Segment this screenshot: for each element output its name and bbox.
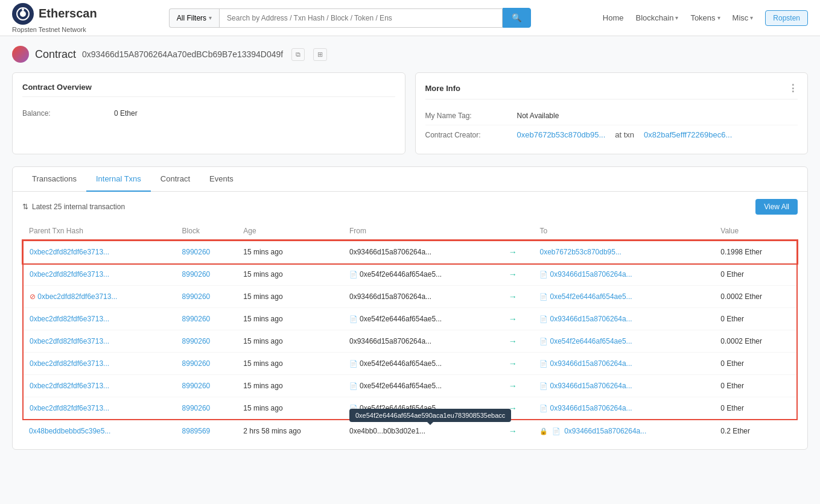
age-cell: 15 mins ago (237, 397, 343, 420)
block-link[interactable]: 8990260 (182, 359, 211, 368)
nav-blockchain[interactable]: Blockchain ▾ (636, 13, 679, 22)
to-link[interactable]: 0x93466d15a8706264a... (550, 315, 632, 323)
from-cell: 0x93466d15a8706264a... (343, 330, 503, 353)
table-row: 0xbec2dfd82fdf6e3713... 8990260 15 mins … (23, 241, 797, 263)
table-info-label: Latest 25 internal transaction (32, 203, 125, 211)
arrow-icon: → (509, 426, 517, 436)
tab-contract[interactable]: Contract (151, 167, 200, 192)
grid-icon-button[interactable]: ⊞ (313, 48, 327, 61)
table-row: 0xbec2dfd82fdf6e3713... 8990260 15 mins … (23, 353, 797, 375)
error-icon: ⊘ (30, 292, 36, 301)
nav-home[interactable]: Home (603, 13, 624, 22)
nav-misc-label: Misc (733, 13, 749, 22)
col-block: Block (176, 222, 238, 241)
block-link[interactable]: 8989569 (182, 427, 211, 435)
copy-icon-button[interactable]: ⧉ (291, 48, 305, 61)
creator-address-link[interactable]: 0xeb7672b53c870db95... (517, 130, 606, 139)
to-link[interactable]: 0x93466d15a8706264a... (550, 404, 632, 412)
file-icon: 📄 (349, 360, 358, 367)
more-options-icon[interactable]: ⋮ (788, 83, 798, 94)
to-link[interactable]: 0x93466d15a8706264a... (550, 359, 632, 368)
nav-tokens[interactable]: Tokens ▾ (690, 13, 720, 22)
view-all-button[interactable]: View All (755, 199, 798, 215)
table-row: ⊘ 0xbec2dfd82fdf6e3713... 8990260 15 min… (23, 286, 797, 308)
to-link[interactable]: 0xe54f2e6446af654ae5... (550, 337, 632, 345)
to-link[interactable]: 0x93466d15a8706264a... (564, 427, 646, 435)
transactions-table: Parent Txn Hash Block Age From To Value … (22, 222, 798, 442)
block-link[interactable]: 8990260 (182, 404, 211, 412)
tab-transactions[interactable]: Transactions (22, 167, 86, 192)
creator-label: Contract Creator: (425, 131, 510, 139)
tab-events[interactable]: Events (200, 167, 243, 192)
value-cell: 0 Ether (714, 375, 797, 397)
value-cell: 0 Ether (714, 308, 797, 330)
from-cell: 📄0xe54f2e6446af654ae5... (343, 263, 503, 286)
table-row: 0xbec2dfd82fdf6e3713... 8990260 15 mins … (23, 263, 797, 286)
nav-area: Home Blockchain ▾ Tokens ▾ Misc ▾ Ropste… (603, 10, 808, 26)
to-link[interactable]: 0xeb7672b53c870db95... (539, 248, 621, 256)
table-row: 0xbec2dfd82fdf6e3713... 8990260 15 mins … (23, 330, 797, 353)
search-input[interactable] (219, 8, 503, 28)
age-cell: 2 hrs 58 mins ago (237, 420, 343, 442)
creator-txn-link[interactable]: 0x82baf5efff72269bec6... (644, 130, 732, 139)
value-cell: 0.2 Ether (714, 420, 797, 442)
file-icon: 📄 (539, 315, 548, 323)
block-link[interactable]: 8990260 (182, 382, 211, 390)
chevron-down-icon: ▾ (717, 14, 720, 21)
tab-internal-txns[interactable]: Internal Txns (86, 167, 151, 192)
logo-text: Etherscan (39, 7, 97, 20)
file-icon: 📄 (349, 315, 358, 323)
table-info-text: ⇅ Latest 25 internal transaction (22, 203, 125, 211)
from-cell: 0x93466d15a8706264a... (343, 241, 503, 263)
value-cell: 0 Ether (714, 397, 797, 420)
block-link[interactable]: 8990260 (182, 292, 211, 301)
txn-hash-link[interactable]: 0x48beddbebbd5c39e5... (29, 427, 110, 435)
block-link[interactable]: 8990260 (182, 337, 211, 345)
file-icon: 📄 (539, 271, 548, 278)
table-info-row: ⇅ Latest 25 internal transaction View Al… (22, 199, 798, 215)
to-link[interactable]: 0x93466d15a8706264a... (550, 270, 632, 279)
to-link[interactable]: 0xe54f2e6446af654ae5... (550, 292, 632, 301)
tabs-header: Transactions Internal Txns Contract Even… (13, 167, 807, 192)
svg-point-2 (22, 8, 24, 11)
txn-hash-link[interactable]: 0xbec2dfd82fdf6e3713... (30, 315, 109, 323)
lock-icon: 🔒 (539, 427, 548, 435)
search-button[interactable]: 🔍 (503, 8, 531, 28)
arrow-icon: → (509, 269, 517, 279)
age-cell: 15 mins ago (237, 353, 343, 375)
txn-hash-link[interactable]: 0xbec2dfd82fdf6e3713... (30, 359, 109, 368)
age-cell: 15 mins ago (237, 330, 343, 353)
block-link[interactable]: 8990260 (182, 315, 211, 323)
more-info-title: More Info ⋮ (425, 83, 798, 99)
txn-hash-link[interactable]: 0xbec2dfd82fdf6e3713... (30, 382, 109, 390)
contract-title: Contract 0x93466d15A8706264Aa70edBCb69B7… (12, 46, 808, 63)
col-age: Age (237, 222, 343, 241)
txn-hash-link[interactable]: 0xbec2dfd82fdf6e3713... (30, 337, 109, 345)
at-txn-text: at txn (615, 130, 634, 139)
name-tag-row: My Name Tag: Not Available (425, 107, 798, 125)
network-label: Ropsten Testnet Network (12, 26, 97, 33)
arrow-icon: → (509, 314, 517, 324)
sort-icon: ⇅ (22, 203, 28, 211)
nav-misc[interactable]: Misc ▾ (733, 13, 754, 22)
filter-button[interactable]: All Filters ▾ (169, 8, 219, 28)
arrow-icon: → (509, 247, 517, 257)
more-info-card: More Info ⋮ My Name Tag: Not Available C… (415, 72, 809, 154)
txn-hash-link[interactable]: 0xbec2dfd82fdf6e3713... (30, 248, 109, 256)
value-cell: 0 Ether (714, 263, 797, 286)
value-cell: 0 Ether (714, 353, 797, 375)
arrow-icon: → (509, 359, 517, 368)
ropsten-button[interactable]: Ropsten (765, 10, 808, 26)
block-link[interactable]: 8990260 (182, 270, 211, 279)
to-link[interactable]: 0x93466d15a8706264a... (550, 382, 632, 390)
from-cell: 📄0xe54f2e6446af654ae5... (343, 353, 503, 375)
creator-row: Contract Creator: 0xeb7672b53c870db95...… (425, 125, 798, 144)
txn-hash-link[interactable]: 0xbec2dfd82fdf6e3713... (30, 270, 109, 279)
block-link[interactable]: 8990260 (182, 248, 211, 256)
name-tag-value: Not Available (517, 112, 559, 120)
txn-hash-link[interactable]: 0xbec2dfd82fdf6e3713... (30, 404, 109, 412)
from-cell: 📄0xe54f2e6446af654ae5... (343, 308, 503, 330)
file-icon: 📄 (539, 293, 548, 300)
file-icon: 📄 (552, 427, 561, 435)
txn-hash-link[interactable]: 0xbec2dfd82fdf6e3713... (37, 292, 117, 301)
